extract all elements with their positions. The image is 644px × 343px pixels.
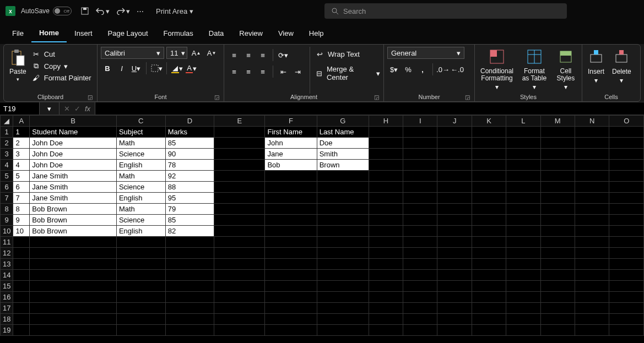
- cell[interactable]: [165, 325, 214, 336]
- col-header[interactable]: A: [13, 116, 30, 127]
- cell[interactable]: [609, 215, 644, 226]
- select-all-corner[interactable]: ◢: [1, 116, 13, 127]
- cell[interactable]: [575, 270, 609, 281]
- cell[interactable]: 85: [165, 138, 214, 149]
- cell[interactable]: [30, 237, 117, 248]
- row-header[interactable]: 10: [1, 226, 13, 237]
- cell[interactable]: [472, 248, 506, 259]
- cell[interactable]: 8: [13, 204, 30, 215]
- spreadsheet-grid[interactable]: ◢ A B C D E F G H I J K L M N O 11Studen…: [0, 115, 644, 336]
- cell[interactable]: [265, 171, 317, 182]
- cell[interactable]: [506, 303, 540, 314]
- cell[interactable]: [116, 314, 165, 325]
- cell[interactable]: [540, 314, 575, 325]
- cell[interactable]: [506, 127, 540, 138]
- tab-formulas[interactable]: Formulas: [156, 25, 201, 42]
- cell[interactable]: [214, 138, 265, 149]
- formula-input[interactable]: [95, 102, 644, 115]
- cell[interactable]: [437, 292, 472, 303]
- cell[interactable]: [403, 138, 437, 149]
- col-header[interactable]: B: [30, 116, 117, 127]
- cell[interactable]: [437, 149, 472, 160]
- cell[interactable]: [265, 193, 317, 204]
- cell[interactable]: [472, 215, 506, 226]
- cell[interactable]: [116, 259, 165, 270]
- cell-styles-button[interactable]: Cell Styles▾: [553, 47, 578, 93]
- cell[interactable]: [369, 160, 403, 171]
- col-header[interactable]: G: [317, 116, 369, 127]
- cell[interactable]: [317, 193, 369, 204]
- cell[interactable]: Jane Smith: [30, 193, 117, 204]
- cell[interactable]: [214, 193, 265, 204]
- accounting-format-button[interactable]: $▾: [387, 63, 401, 75]
- cell[interactable]: 82: [165, 226, 214, 237]
- cell[interactable]: [403, 292, 437, 303]
- row-header[interactable]: 6: [1, 182, 13, 193]
- fill-color-button[interactable]: ◢▾: [170, 62, 183, 74]
- cell[interactable]: [609, 248, 644, 259]
- cell[interactable]: [540, 160, 575, 171]
- cell[interactable]: Doe: [317, 138, 369, 149]
- cell[interactable]: 9: [13, 215, 30, 226]
- cell[interactable]: [437, 204, 472, 215]
- row-header[interactable]: 7: [1, 193, 13, 204]
- row-header[interactable]: 1: [1, 127, 13, 138]
- cell[interactable]: [609, 314, 644, 325]
- cell[interactable]: [317, 226, 369, 237]
- cell[interactable]: Last Name: [317, 127, 369, 138]
- cell[interactable]: [13, 237, 30, 248]
- cell[interactable]: [575, 248, 609, 259]
- decrease-font-button[interactable]: A▼: [205, 47, 218, 59]
- cell[interactable]: 78: [165, 160, 214, 171]
- row-header[interactable]: 16: [1, 292, 13, 303]
- cell[interactable]: Smith: [317, 149, 369, 160]
- cell[interactable]: [214, 237, 265, 248]
- col-header[interactable]: H: [369, 116, 403, 127]
- increase-decimal-button[interactable]: .0→: [436, 63, 450, 75]
- cell[interactable]: [403, 270, 437, 281]
- cell[interactable]: [403, 226, 437, 237]
- cell[interactable]: [540, 149, 575, 160]
- cell[interactable]: [265, 292, 317, 303]
- font-color-button[interactable]: A▾: [185, 62, 198, 74]
- cell[interactable]: [30, 248, 117, 259]
- cell[interactable]: [609, 325, 644, 336]
- cell[interactable]: [540, 237, 575, 248]
- cell[interactable]: [13, 259, 30, 270]
- row-header[interactable]: 9: [1, 215, 13, 226]
- cell[interactable]: [540, 226, 575, 237]
- cell[interactable]: [609, 160, 644, 171]
- number-launcher[interactable]: ◲: [465, 94, 470, 100]
- cell[interactable]: [540, 259, 575, 270]
- tab-view[interactable]: View: [270, 25, 301, 42]
- cell[interactable]: 10: [13, 226, 30, 237]
- cell[interactable]: [214, 226, 265, 237]
- cell[interactable]: [472, 204, 506, 215]
- borders-button[interactable]: ▾: [150, 62, 163, 74]
- cell[interactable]: [609, 127, 644, 138]
- cell[interactable]: [472, 127, 506, 138]
- cell[interactable]: [214, 270, 265, 281]
- cell[interactable]: [165, 314, 214, 325]
- cell[interactable]: [609, 292, 644, 303]
- cell[interactable]: [540, 270, 575, 281]
- cell[interactable]: [575, 171, 609, 182]
- cell[interactable]: [403, 204, 437, 215]
- cell[interactable]: [540, 127, 575, 138]
- percent-format-button[interactable]: %: [402, 63, 415, 75]
- align-left-button[interactable]: ≡: [228, 66, 241, 78]
- cell[interactable]: [369, 281, 403, 292]
- cell[interactable]: John Doe: [30, 149, 117, 160]
- cell[interactable]: [214, 325, 265, 336]
- cell[interactable]: Math: [116, 138, 165, 149]
- cell[interactable]: [165, 303, 214, 314]
- cell[interactable]: [437, 226, 472, 237]
- col-header[interactable]: D: [165, 116, 214, 127]
- cell[interactable]: [403, 248, 437, 259]
- search-input[interactable]: Search: [324, 3, 567, 19]
- cell[interactable]: [609, 204, 644, 215]
- cell[interactable]: [575, 138, 609, 149]
- cell[interactable]: [575, 160, 609, 171]
- cell[interactable]: Bob Brown: [30, 215, 117, 226]
- name-box[interactable]: T19: [0, 102, 40, 115]
